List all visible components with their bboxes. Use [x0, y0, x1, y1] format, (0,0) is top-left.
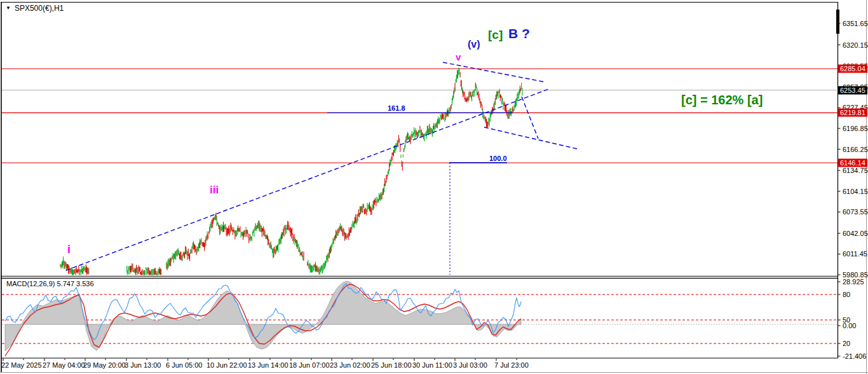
wave-label-b[interactable]: B ? — [508, 26, 530, 41]
price-badge[interactable]: 6219.81 — [838, 109, 867, 117]
trendline[interactable] — [66, 88, 550, 270]
macd-indicator-label: MACD(12,26,9) 5.747 3.536 — [6, 280, 94, 287]
wave-label-i[interactable]: i — [67, 243, 71, 256]
fib-label-161-8[interactable]: 161.8 — [388, 104, 405, 112]
time-axis-label: 27 May 04:00 — [43, 361, 85, 370]
price-tick-label: 6042.05 — [843, 230, 868, 237]
trendline[interactable] — [484, 127, 577, 149]
time-axis-label: 10 Jun 22:00 — [207, 361, 247, 370]
macd-scale-label: 20 — [843, 340, 850, 347]
wave-label-v[interactable]: v — [456, 52, 461, 62]
time-axis-label: 6 Jun 05:00 — [166, 361, 203, 370]
price-badge[interactable]: 6253.45 — [838, 86, 867, 94]
time-axis-label: 29 May 20:00 — [83, 361, 126, 370]
time-axis-label: 22 May 2025 — [1, 361, 42, 370]
price-tick-label: 6166.25 — [843, 146, 868, 153]
price-tick-label: 6073.55 — [843, 208, 868, 216]
time-axis-label: 23 Jun 02:00 — [330, 361, 370, 370]
macd-histogram-area — [5, 281, 521, 351]
macd-scale-label: -21.406 — [843, 352, 866, 360]
symbol-title-row: ▼SPX500(€),H1 — [6, 4, 64, 13]
target-label[interactable]: [c] = 162% [a] — [681, 93, 763, 107]
price-tick-label: 6134.75 — [843, 167, 868, 174]
macd-scale-label: 0.00 — [843, 322, 856, 329]
price-badge[interactable]: 6146.14 — [838, 159, 867, 167]
fib-label-100-0[interactable]: 100.0 — [489, 155, 507, 162]
wave-label-c[interactable]: [c] — [488, 28, 503, 42]
price-tick-label: 6011.45 — [843, 250, 867, 258]
symbol-title: SPX500(€),H1 — [15, 4, 64, 13]
time-axis-label: 18 Jun 07:00 — [289, 361, 330, 370]
chart-canvas[interactable] — [0, 0, 868, 374]
macd-scale-label: 80 — [843, 291, 850, 298]
price-badge[interactable]: 6285.04 — [838, 65, 867, 73]
time-axis-label: 30 Jun 11:00 — [412, 361, 452, 370]
time-axis-label: 13 Jun 14:00 — [248, 361, 288, 370]
chevron-down-icon[interactable]: ▼ — [6, 5, 11, 11]
wave-label-v-circ[interactable]: (v) — [468, 39, 480, 50]
time-axis-label: 25 Jun 18:00 — [371, 361, 412, 370]
macd-series[interactable] — [5, 281, 521, 356]
price-tick-label: 6104.15 — [843, 188, 868, 195]
price-tick-label: 6320.15 — [843, 41, 868, 49]
candlestick-series[interactable] — [60, 67, 523, 275]
price-tick-label: 6196.85 — [843, 125, 868, 132]
price-tick-label: 6351.65 — [843, 20, 868, 27]
trendline[interactable] — [522, 97, 538, 139]
chart-window: ▼SPX500(€),H1 MACD(12,26,9) 5.747 3.536 … — [0, 0, 868, 374]
price-scale-marker[interactable] — [836, 10, 839, 34]
time-axis-label: 7 Jul 23:00 — [494, 361, 529, 370]
wave-label-iii[interactable]: iii — [210, 184, 219, 197]
time-axis-label: 3 Jul 03:00 — [453, 361, 487, 370]
macd-scale-label: 28.925 — [843, 278, 864, 286]
time-axis-label: 3 Jun 13:00 — [125, 361, 161, 370]
